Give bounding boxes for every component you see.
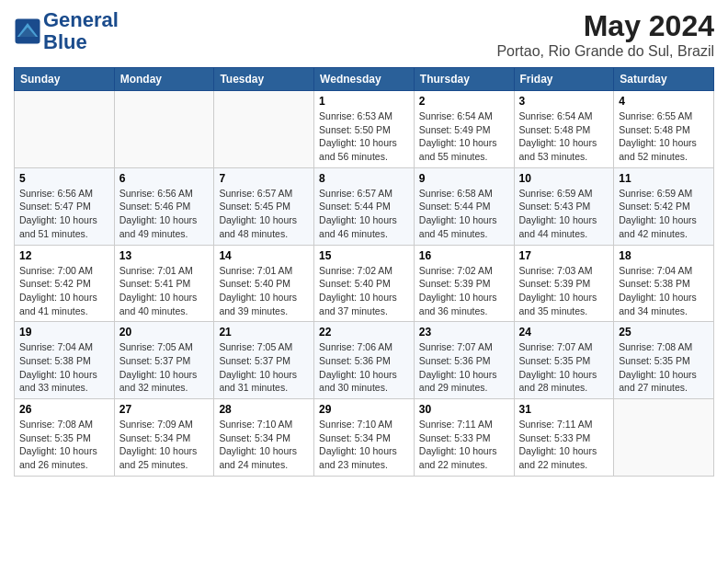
day-number: 11 — [619, 172, 709, 185]
calendar-day-cell — [114, 91, 214, 168]
day-info: Sunrise: 7:01 AMSunset: 5:41 PMDaylight:… — [119, 265, 198, 316]
calendar-day-cell: 31 Sunrise: 7:11 AMSunset: 5:33 PMDaylig… — [514, 399, 614, 477]
day-info: Sunrise: 6:54 AMSunset: 5:48 PMDaylight:… — [519, 110, 597, 162]
day-info: Sunrise: 7:00 AMSunset: 5:42 PMDaylight:… — [19, 265, 97, 316]
calendar-day-cell: 19 Sunrise: 7:04 AMSunset: 5:38 PMDaylig… — [15, 322, 115, 399]
day-number: 22 — [319, 326, 409, 339]
calendar-day-cell: 2 Sunrise: 6:54 AMSunset: 5:49 PMDayligh… — [414, 91, 514, 168]
day-info: Sunrise: 7:07 AMSunset: 5:35 PMDaylight:… — [519, 341, 597, 393]
day-number: 1 — [319, 95, 409, 108]
day-number: 6 — [119, 172, 210, 185]
calendar-body: 1 Sunrise: 6:53 AMSunset: 5:50 PMDayligh… — [15, 91, 714, 477]
day-info: Sunrise: 7:09 AMSunset: 5:34 PMDaylight:… — [119, 419, 198, 470]
day-number: 4 — [619, 95, 709, 108]
weekday-header-cell: Tuesday — [214, 68, 314, 91]
day-info: Sunrise: 6:56 AMSunset: 5:46 PMDaylight:… — [119, 188, 198, 239]
day-info: Sunrise: 7:04 AMSunset: 5:38 PMDaylight:… — [19, 341, 97, 393]
weekday-header-cell: Wednesday — [314, 68, 415, 91]
day-number: 7 — [219, 172, 309, 185]
calendar-day-cell: 12 Sunrise: 7:00 AMSunset: 5:42 PMDaylig… — [15, 245, 115, 322]
day-number: 27 — [119, 403, 210, 416]
calendar-day-cell: 21 Sunrise: 7:05 AMSunset: 5:37 PMDaylig… — [214, 322, 314, 399]
day-number: 24 — [519, 326, 609, 339]
calendar-day-cell — [214, 91, 314, 168]
calendar-day-cell: 10 Sunrise: 6:59 AMSunset: 5:43 PMDaylig… — [514, 167, 614, 245]
day-number: 20 — [119, 326, 210, 339]
logo-text: General Blue — [43, 9, 119, 53]
weekday-header-cell: Sunday — [15, 68, 115, 91]
calendar-day-cell: 27 Sunrise: 7:09 AMSunset: 5:34 PMDaylig… — [114, 399, 214, 477]
day-info: Sunrise: 7:08 AMSunset: 5:35 PMDaylight:… — [619, 341, 697, 393]
calendar-day-cell: 26 Sunrise: 7:08 AMSunset: 5:35 PMDaylig… — [15, 399, 115, 477]
day-number: 21 — [219, 326, 309, 339]
header: General Blue May 2024 Portao, Rio Grande… — [14, 9, 714, 60]
calendar-day-cell: 4 Sunrise: 6:55 AMSunset: 5:48 PMDayligh… — [614, 91, 714, 168]
calendar-day-cell: 16 Sunrise: 7:02 AMSunset: 5:39 PMDaylig… — [414, 245, 514, 322]
calendar-day-cell: 30 Sunrise: 7:11 AMSunset: 5:33 PMDaylig… — [414, 399, 514, 477]
calendar-week-row: 12 Sunrise: 7:00 AMSunset: 5:42 PMDaylig… — [15, 245, 714, 322]
calendar-day-cell: 1 Sunrise: 6:53 AMSunset: 5:50 PMDayligh… — [314, 91, 415, 168]
day-info: Sunrise: 7:06 AMSunset: 5:36 PMDaylight:… — [319, 341, 397, 393]
day-number: 5 — [19, 172, 109, 185]
calendar-week-row: 5 Sunrise: 6:56 AMSunset: 5:47 PMDayligh… — [15, 167, 714, 245]
calendar-day-cell: 25 Sunrise: 7:08 AMSunset: 5:35 PMDaylig… — [614, 322, 714, 399]
day-number: 26 — [19, 403, 109, 416]
day-number: 8 — [319, 172, 409, 185]
day-info: Sunrise: 6:59 AMSunset: 5:43 PMDaylight:… — [519, 188, 597, 239]
day-info: Sunrise: 6:58 AMSunset: 5:44 PMDaylight:… — [419, 188, 497, 239]
calendar-day-cell: 5 Sunrise: 6:56 AMSunset: 5:47 PMDayligh… — [15, 167, 115, 245]
day-info: Sunrise: 6:55 AMSunset: 5:48 PMDaylight:… — [619, 110, 697, 162]
calendar-day-cell: 17 Sunrise: 7:03 AMSunset: 5:39 PMDaylig… — [514, 245, 614, 322]
calendar-week-row: 19 Sunrise: 7:04 AMSunset: 5:38 PMDaylig… — [15, 322, 714, 399]
day-number: 31 — [519, 403, 609, 416]
day-number: 15 — [319, 249, 409, 262]
day-number: 30 — [419, 403, 509, 416]
calendar-day-cell: 3 Sunrise: 6:54 AMSunset: 5:48 PMDayligh… — [514, 91, 614, 168]
logo-line2: Blue — [43, 30, 87, 53]
calendar-day-cell: 29 Sunrise: 7:10 AMSunset: 5:34 PMDaylig… — [314, 399, 415, 477]
day-number: 9 — [419, 172, 509, 185]
day-info: Sunrise: 7:11 AMSunset: 5:33 PMDaylight:… — [419, 419, 497, 470]
day-info: Sunrise: 6:59 AMSunset: 5:42 PMDaylight:… — [619, 188, 697, 239]
day-info: Sunrise: 7:04 AMSunset: 5:38 PMDaylight:… — [619, 265, 697, 316]
day-info: Sunrise: 7:02 AMSunset: 5:40 PMDaylight:… — [319, 265, 397, 316]
day-number: 28 — [219, 403, 309, 416]
calendar-day-cell: 8 Sunrise: 6:57 AMSunset: 5:44 PMDayligh… — [314, 167, 415, 245]
day-info: Sunrise: 7:02 AMSunset: 5:39 PMDaylight:… — [419, 265, 497, 316]
day-number: 3 — [519, 95, 609, 108]
calendar-day-cell: 9 Sunrise: 6:58 AMSunset: 5:44 PMDayligh… — [414, 167, 514, 245]
calendar-day-cell: 13 Sunrise: 7:01 AMSunset: 5:41 PMDaylig… — [114, 245, 214, 322]
calendar-day-cell: 18 Sunrise: 7:04 AMSunset: 5:38 PMDaylig… — [614, 245, 714, 322]
main-title: May 2024 — [496, 9, 714, 43]
day-number: 23 — [419, 326, 509, 339]
calendar-day-cell: 23 Sunrise: 7:07 AMSunset: 5:36 PMDaylig… — [414, 322, 514, 399]
day-info: Sunrise: 7:07 AMSunset: 5:36 PMDaylight:… — [419, 341, 497, 393]
day-info: Sunrise: 7:08 AMSunset: 5:35 PMDaylight:… — [19, 419, 97, 470]
day-number: 14 — [219, 249, 309, 262]
weekday-header-row: SundayMondayTuesdayWednesdayThursdayFrid… — [15, 68, 714, 91]
calendar-day-cell: 6 Sunrise: 6:56 AMSunset: 5:46 PMDayligh… — [114, 167, 214, 245]
calendar-day-cell: 7 Sunrise: 6:57 AMSunset: 5:45 PMDayligh… — [214, 167, 314, 245]
day-info: Sunrise: 7:03 AMSunset: 5:39 PMDaylight:… — [519, 265, 597, 316]
day-number: 19 — [19, 326, 109, 339]
day-number: 16 — [419, 249, 509, 262]
title-block: May 2024 Portao, Rio Grande do Sul, Braz… — [496, 9, 714, 60]
day-info: Sunrise: 7:10 AMSunset: 5:34 PMDaylight:… — [219, 419, 297, 470]
calendar-day-cell — [614, 399, 714, 477]
calendar-day-cell: 22 Sunrise: 7:06 AMSunset: 5:36 PMDaylig… — [314, 322, 415, 399]
calendar-day-cell: 20 Sunrise: 7:05 AMSunset: 5:37 PMDaylig… — [114, 322, 214, 399]
day-number: 13 — [119, 249, 210, 262]
day-info: Sunrise: 7:05 AMSunset: 5:37 PMDaylight:… — [119, 341, 198, 393]
weekday-header-cell: Friday — [514, 68, 614, 91]
day-number: 12 — [19, 249, 109, 262]
day-number: 2 — [419, 95, 509, 108]
day-info: Sunrise: 6:54 AMSunset: 5:49 PMDaylight:… — [419, 110, 497, 162]
logo: General Blue — [14, 9, 119, 53]
day-number: 17 — [519, 249, 609, 262]
day-info: Sunrise: 6:57 AMSunset: 5:44 PMDaylight:… — [319, 188, 397, 239]
calendar-day-cell: 28 Sunrise: 7:10 AMSunset: 5:34 PMDaylig… — [214, 399, 314, 477]
day-info: Sunrise: 7:05 AMSunset: 5:37 PMDaylight:… — [219, 341, 297, 393]
day-info: Sunrise: 7:01 AMSunset: 5:40 PMDaylight:… — [219, 265, 297, 316]
day-number: 29 — [319, 403, 409, 416]
calendar-day-cell: 11 Sunrise: 6:59 AMSunset: 5:42 PMDaylig… — [614, 167, 714, 245]
